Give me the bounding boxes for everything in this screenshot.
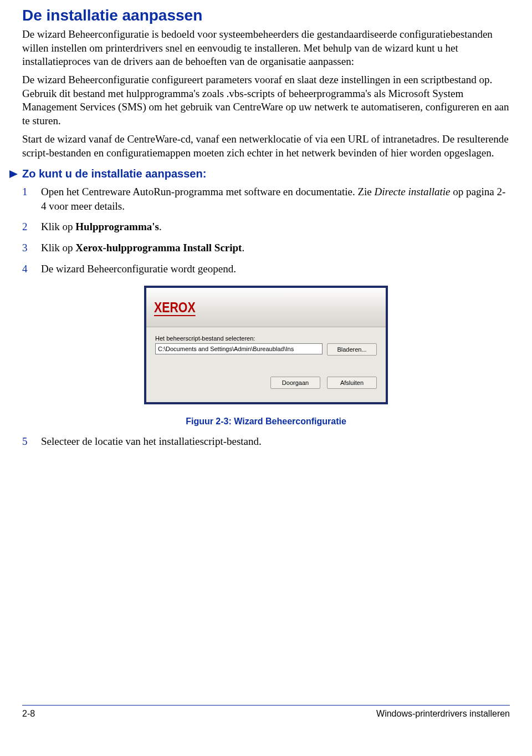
figure-caption: Figuur 2-3: Wizard Beheerconfiguratie	[22, 417, 510, 427]
step-2-text-a: Klik op	[41, 221, 75, 232]
xerox-logo: XEROX	[154, 299, 196, 316]
sub-heading-row: Zo kunt u de installatie aanpassen:	[9, 168, 510, 180]
page-title: De installatie aanpassen	[22, 7, 510, 24]
step-4-text: De wizard Beheerconfiguratie wordt geope…	[41, 262, 510, 276]
step-3: 3 Klik op Xerox-hulpprogramma Install Sc…	[22, 241, 510, 255]
footer-page-number: 2-8	[22, 709, 35, 719]
browse-button[interactable]: Bladeren...	[327, 343, 377, 356]
step-1-link[interactable]: Directe installatie	[374, 186, 450, 197]
step-2-text-c: .	[159, 221, 162, 232]
step-1-text-a: Open het Centreware AutoRun-programma me…	[41, 186, 374, 197]
arrow-right-icon	[9, 169, 19, 179]
steps-list: 1 Open het Centreware AutoRun-programma …	[22, 185, 510, 276]
sub-heading: Zo kunt u de installatie aanpassen:	[22, 168, 206, 180]
dialog-figure: XEROX Het beheerscript-bestand selectere…	[22, 286, 510, 404]
step-number: 3	[22, 241, 41, 255]
step-2: 2 Klik op Hulpprogramma's.	[22, 220, 510, 234]
dialog-body: Het beheerscript-bestand selecteren: Bla…	[146, 327, 386, 402]
svg-marker-0	[9, 170, 18, 178]
step-3-bold: Xerox-hulpprogramma Install Script	[75, 242, 242, 253]
step-1: 1 Open het Centreware AutoRun-programma …	[22, 185, 510, 213]
step-5-text: Selecteer de locatie van het installatie…	[41, 434, 510, 449]
footer-section-title: Windows-printerdrivers installeren	[376, 709, 510, 719]
continue-button[interactable]: Doorgaan	[270, 377, 320, 389]
step-number: 4	[22, 262, 41, 276]
step-number: 1	[22, 185, 41, 213]
paragraph-3: Start de wizard vanaf de CentreWare-cd, …	[22, 133, 510, 160]
file-select-label: Het beheerscript-bestand selecteren:	[155, 335, 377, 342]
wizard-dialog: XEROX Het beheerscript-bestand selectere…	[144, 286, 388, 404]
file-row: Bladeren...	[155, 343, 377, 356]
script-path-input[interactable]	[155, 343, 323, 354]
step-number: 2	[22, 220, 41, 234]
step-5: 5 Selecteer de locatie van het installat…	[22, 434, 510, 449]
step-3-text-a: Klik op	[41, 242, 75, 253]
steps-list-continued: 5 Selecteer de locatie van het installat…	[22, 434, 510, 449]
close-button[interactable]: Afsluiten	[327, 377, 377, 389]
dialog-header: XEROX	[146, 288, 386, 327]
step-number: 5	[22, 434, 41, 449]
page-footer: 2-8 Windows-printerdrivers installeren	[22, 705, 510, 719]
dialog-button-row: Doorgaan Afsluiten	[155, 377, 377, 389]
step-3-text-c: .	[242, 242, 244, 253]
step-4: 4 De wizard Beheerconfiguratie wordt geo…	[22, 262, 510, 276]
intro-paragraph: De wizard Beheerconfiguratie is bedoeld …	[22, 28, 510, 69]
paragraph-2: De wizard Beheerconfiguratie configureer…	[22, 73, 510, 128]
step-2-bold: Hulpprogramma's	[75, 221, 159, 232]
